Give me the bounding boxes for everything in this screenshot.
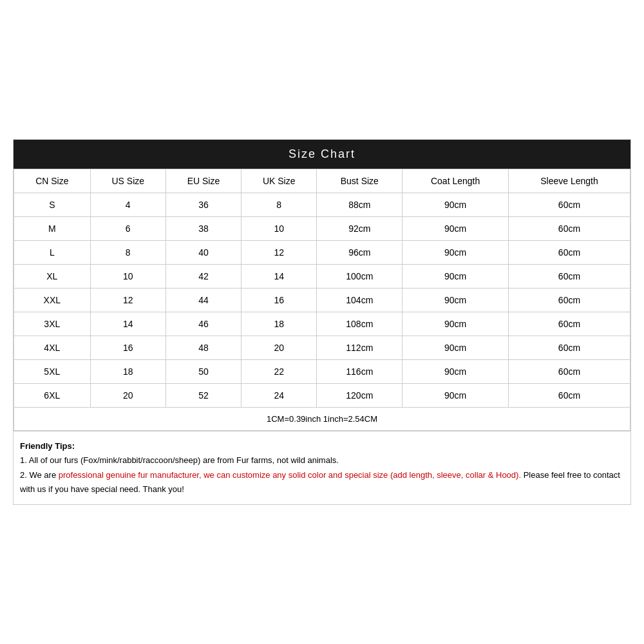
table-cell: L <box>14 241 91 265</box>
table-cell: 90cm <box>402 217 509 241</box>
conversion-row: 1CM=0.39inch 1inch=2.54CM <box>14 408 630 431</box>
table-cell: 16 <box>90 336 166 360</box>
table-cell: 36 <box>166 193 241 217</box>
table-cell: 3XL <box>14 312 91 336</box>
col-header-sleeve: Sleeve Length <box>508 169 630 193</box>
table-cell: 12 <box>90 289 166 312</box>
table-cell: 24 <box>242 384 317 408</box>
table-cell: 12 <box>242 241 317 265</box>
conversion-text: 1CM=0.39inch 1inch=2.54CM <box>14 408 630 431</box>
table-cell: 90cm <box>402 289 509 312</box>
table-cell: 90cm <box>402 336 509 360</box>
tip2-start: 2. We are <box>20 470 59 480</box>
table-cell: 90cm <box>402 312 509 336</box>
table-cell: 60cm <box>508 336 630 360</box>
col-header-uk: UK Size <box>242 169 317 193</box>
col-header-coat: Coat Length <box>402 169 509 193</box>
table-cell: 52 <box>166 384 241 408</box>
table-cell: 96cm <box>317 241 402 265</box>
table-cell: 90cm <box>402 193 509 217</box>
table-cell: 50 <box>166 360 241 384</box>
table-cell: 20 <box>90 384 166 408</box>
table-cell: 60cm <box>508 384 630 408</box>
tip1: 1. All of our furs (Fox/mink/rabbit/racc… <box>20 455 339 465</box>
table-cell: 4XL <box>14 336 91 360</box>
table-row: 5XL185022116cm90cm60cm <box>14 360 630 384</box>
table-cell: 20 <box>242 336 317 360</box>
table-cell: 60cm <box>508 265 630 289</box>
tip2-red: professional genuine fur manufacturer, w… <box>59 470 521 480</box>
table-cell: 88cm <box>317 193 402 217</box>
table-cell: 16 <box>242 289 317 312</box>
table-cell: 18 <box>242 312 317 336</box>
size-chart-wrapper: Size Chart CN Size US Size EU Size UK Si… <box>13 139 631 504</box>
table-cell: 104cm <box>317 289 402 312</box>
table-cell: 90cm <box>402 265 509 289</box>
table-cell: 116cm <box>317 360 402 384</box>
table-row: XL104214100cm90cm60cm <box>14 265 630 289</box>
table-cell: 42 <box>166 265 241 289</box>
col-header-bust: Bust Size <box>317 169 402 193</box>
table-cell: 10 <box>90 265 166 289</box>
table-cell: 100cm <box>317 265 402 289</box>
table-cell: 108cm <box>317 312 402 336</box>
chart-container: Size Chart CN Size US Size EU Size UK Si… <box>13 139 631 431</box>
table-cell: 14 <box>242 265 317 289</box>
table-cell: 90cm <box>402 360 509 384</box>
table-cell: 6XL <box>14 384 91 408</box>
table-cell: 38 <box>166 217 241 241</box>
tips-section: Friendly Tips: 1. All of our furs (Fox/m… <box>13 431 631 504</box>
table-row: 3XL144618108cm90cm60cm <box>14 312 630 336</box>
col-header-eu: EU Size <box>166 169 241 193</box>
tips-title: Friendly Tips: <box>20 441 75 451</box>
table-header-row: CN Size US Size EU Size UK Size Bust Siz… <box>14 169 630 193</box>
table-cell: 8 <box>242 193 317 217</box>
table-cell: XXL <box>14 289 91 312</box>
table-cell: 4 <box>90 193 166 217</box>
table-row: S436888cm90cm60cm <box>14 193 630 217</box>
size-table: CN Size US Size EU Size UK Size Bust Siz… <box>14 169 630 431</box>
table-row: 6XL205224120cm90cm60cm <box>14 384 630 408</box>
table-cell: 46 <box>166 312 241 336</box>
table-cell: 60cm <box>508 312 630 336</box>
col-header-us: US Size <box>90 169 166 193</box>
table-cell: 18 <box>90 360 166 384</box>
table-cell: 40 <box>166 241 241 265</box>
table-cell: 92cm <box>317 217 402 241</box>
chart-title: Size Chart <box>14 140 630 169</box>
table-cell: 22 <box>242 360 317 384</box>
col-header-cn: CN Size <box>14 169 91 193</box>
table-cell: 60cm <box>508 217 630 241</box>
table-cell: XL <box>14 265 91 289</box>
table-row: L8401296cm90cm60cm <box>14 241 630 265</box>
table-row: 4XL164820112cm90cm60cm <box>14 336 630 360</box>
table-cell: 90cm <box>402 384 509 408</box>
table-cell: 8 <box>90 241 166 265</box>
table-cell: 60cm <box>508 289 630 312</box>
table-cell: 44 <box>166 289 241 312</box>
table-cell: 10 <box>242 217 317 241</box>
table-cell: 5XL <box>14 360 91 384</box>
table-cell: 90cm <box>402 241 509 265</box>
table-row: M6381092cm90cm60cm <box>14 217 630 241</box>
table-cell: 112cm <box>317 336 402 360</box>
table-cell: 48 <box>166 336 241 360</box>
table-cell: 60cm <box>508 193 630 217</box>
table-cell: 60cm <box>508 241 630 265</box>
table-cell: 14 <box>90 312 166 336</box>
table-cell: 120cm <box>317 384 402 408</box>
table-cell: M <box>14 217 91 241</box>
table-cell: S <box>14 193 91 217</box>
table-cell: 6 <box>90 217 166 241</box>
table-cell: 60cm <box>508 360 630 384</box>
table-row: XXL124416104cm90cm60cm <box>14 289 630 312</box>
